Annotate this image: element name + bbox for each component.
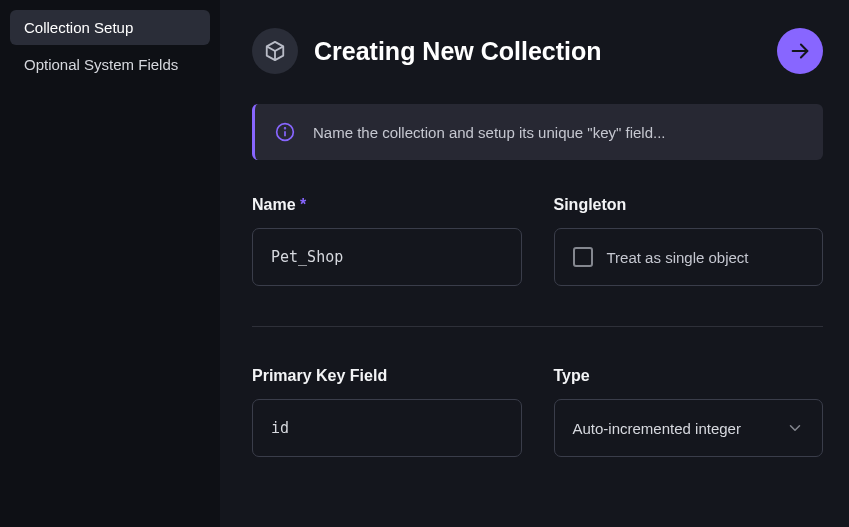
type-label: Type xyxy=(554,367,824,385)
singleton-checkbox-label: Treat as single object xyxy=(607,249,749,266)
name-group: Name * xyxy=(252,196,522,286)
form-row-1: Name * Singleton Treat as single object xyxy=(252,196,823,286)
page-header: Creating New Collection xyxy=(252,28,823,74)
next-button[interactable] xyxy=(777,28,823,74)
singleton-checkbox[interactable]: Treat as single object xyxy=(554,228,824,286)
primary-key-label: Primary Key Field xyxy=(252,367,522,385)
type-group: Type Auto-incremented integer xyxy=(554,367,824,457)
required-mark: * xyxy=(300,196,306,213)
name-input[interactable] xyxy=(252,228,522,286)
info-text: Name the collection and setup its unique… xyxy=(313,124,666,141)
svg-point-3 xyxy=(285,128,286,129)
arrow-right-icon xyxy=(789,40,811,62)
name-label: Name * xyxy=(252,196,522,214)
type-selected-value: Auto-incremented integer xyxy=(573,420,741,437)
sidebar-item-optional-system-fields[interactable]: Optional System Fields xyxy=(10,47,210,82)
form-row-2: Primary Key Field Type Auto-incremented … xyxy=(252,367,823,457)
page-title: Creating New Collection xyxy=(314,37,761,66)
sidebar: Collection Setup Optional System Fields xyxy=(0,0,220,527)
singleton-label: Singleton xyxy=(554,196,824,214)
divider xyxy=(252,326,823,327)
primary-key-group: Primary Key Field xyxy=(252,367,522,457)
singleton-group: Singleton Treat as single object xyxy=(554,196,824,286)
type-select[interactable]: Auto-incremented integer xyxy=(554,399,824,457)
chevron-down-icon xyxy=(786,419,804,437)
checkbox-icon xyxy=(573,247,593,267)
cube-icon xyxy=(252,28,298,74)
primary-key-input[interactable] xyxy=(252,399,522,457)
info-banner: Name the collection and setup its unique… xyxy=(252,104,823,160)
main-panel: Creating New Collection Name the collect… xyxy=(220,0,849,527)
sidebar-item-collection-setup[interactable]: Collection Setup xyxy=(10,10,210,45)
info-icon xyxy=(275,122,295,142)
